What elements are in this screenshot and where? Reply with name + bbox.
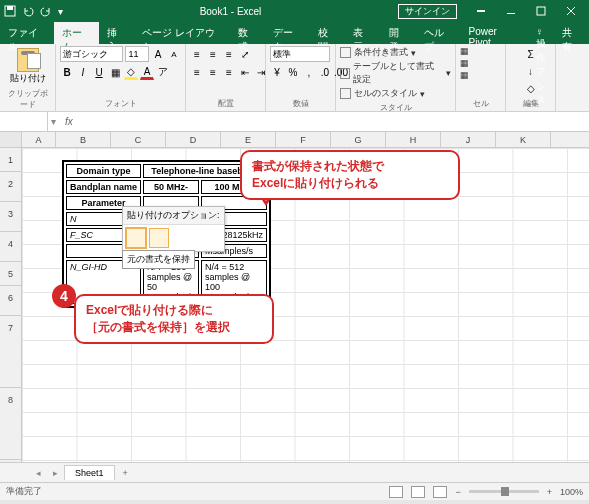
fx-icon[interactable]: fx	[59, 116, 79, 127]
inc-decimal-icon[interactable]: .0	[318, 64, 332, 80]
row-header[interactable]: 5	[0, 262, 21, 286]
redo-icon[interactable]	[40, 5, 52, 17]
paste-match-dest-icon[interactable]	[149, 228, 169, 248]
conditional-format-button[interactable]: 条件付き書式 ▾	[340, 46, 451, 59]
grow-font-icon[interactable]: A	[151, 46, 165, 62]
formula-bar: ▾ fx	[0, 112, 589, 132]
new-sheet-button[interactable]: +	[115, 468, 136, 478]
cell[interactable]: Domain type	[66, 164, 141, 178]
orientation-icon[interactable]: ⤢	[238, 46, 252, 62]
format-cells-button[interactable]: ▦	[460, 70, 501, 80]
maximize-icon[interactable]	[527, 0, 555, 22]
select-all-corner[interactable]	[0, 132, 22, 147]
col-header[interactable]: K	[496, 132, 551, 147]
border-icon[interactable]: ▦	[108, 64, 122, 80]
table-format-icon	[340, 68, 350, 79]
row-header[interactable]: 4	[0, 232, 21, 262]
save-icon[interactable]	[4, 5, 16, 17]
sheet-nav-prev-icon[interactable]: ◂	[30, 468, 47, 478]
row-header[interactable]: 6	[0, 286, 21, 316]
italic-button[interactable]: I	[76, 64, 90, 80]
col-header[interactable]: H	[386, 132, 441, 147]
bold-button[interactable]: B	[60, 64, 74, 80]
signin-button[interactable]: サインイン	[398, 4, 457, 19]
tab-tell-me[interactable]: ♀ 操作アシス	[528, 22, 554, 44]
col-header[interactable]: B	[56, 132, 111, 147]
row-header[interactable]: 7	[0, 316, 21, 388]
ribbon-tabs: ファイル ホーム 挿入 ページ レイアウト 数式 データ 校閲 表示 開発 ヘル…	[0, 22, 589, 44]
zoom-level[interactable]: 100%	[560, 487, 583, 497]
tab-insert[interactable]: 挿入	[99, 22, 134, 44]
row-header[interactable]: 8	[0, 388, 21, 460]
col-header[interactable]: F	[276, 132, 331, 147]
tab-layout[interactable]: ページ レイアウト	[134, 22, 230, 44]
insert-cells-button[interactable]: ▦	[460, 46, 501, 56]
zoom-in-icon[interactable]: +	[547, 487, 552, 497]
callout-top: 書式が保持された状態で Excelに貼り付けられる	[240, 150, 460, 200]
fill-color-icon[interactable]: ◇	[124, 64, 138, 80]
currency-icon[interactable]: ¥	[270, 64, 284, 80]
cell[interactable]: 50 MHz-	[143, 180, 199, 194]
autosum-icon[interactable]: Σ	[510, 46, 551, 62]
align-center-icon[interactable]: ≡	[206, 64, 220, 80]
shrink-font-icon[interactable]: A	[167, 46, 181, 62]
cond-format-icon	[340, 47, 351, 58]
tab-powerpivot[interactable]: Power Pivot	[461, 22, 528, 44]
tab-home[interactable]: ホーム	[54, 22, 99, 44]
view-layout-icon[interactable]	[411, 486, 425, 498]
comma-icon[interactable]: ,	[302, 64, 316, 80]
view-break-icon[interactable]	[433, 486, 447, 498]
tab-review[interactable]: 校閲	[310, 22, 345, 44]
col-header[interactable]: D	[166, 132, 221, 147]
font-name-combo[interactable]: 游ゴシック	[60, 46, 123, 62]
name-box[interactable]	[0, 112, 48, 131]
close-icon[interactable]	[557, 0, 585, 22]
font-color-icon[interactable]: A	[140, 64, 154, 80]
underline-button[interactable]: U	[92, 64, 106, 80]
phonetic-icon[interactable]: ア	[156, 64, 170, 80]
cell-grid[interactable]: Domain typeTelephone-line baseband Bandp…	[22, 148, 589, 462]
row-header[interactable]: 1	[0, 148, 21, 172]
tab-data[interactable]: データ	[265, 22, 310, 44]
row-header[interactable]: 3	[0, 202, 21, 232]
align-left-icon[interactable]: ≡	[190, 64, 204, 80]
tab-help[interactable]: ヘルプ	[416, 22, 461, 44]
format-as-table-button[interactable]: テーブルとして書式設定 ▾	[340, 60, 451, 86]
font-size-combo[interactable]: 11	[125, 46, 149, 62]
namebox-dropdown-icon[interactable]: ▾	[48, 116, 59, 127]
indent-dec-icon[interactable]: ⇤	[238, 64, 252, 80]
col-header[interactable]: C	[111, 132, 166, 147]
tab-formulas[interactable]: 数式	[230, 22, 265, 44]
ribbon-options-icon[interactable]	[467, 0, 495, 22]
sheet-tab[interactable]: Sheet1	[64, 465, 115, 480]
col-header[interactable]: E	[221, 132, 276, 147]
tab-file[interactable]: ファイル	[0, 22, 54, 44]
delete-cells-button[interactable]: ▦	[460, 58, 501, 68]
col-header[interactable]: J	[441, 132, 496, 147]
cell[interactable]: Bandplan name	[66, 180, 141, 194]
percent-icon[interactable]: %	[286, 64, 300, 80]
paste-button[interactable]: 貼り付け	[4, 46, 51, 87]
view-normal-icon[interactable]	[389, 486, 403, 498]
number-format-combo[interactable]: 標準	[270, 46, 330, 62]
minimize-icon[interactable]	[497, 0, 525, 22]
tab-dev[interactable]: 開発	[381, 22, 416, 44]
cell-styles-button[interactable]: セルのスタイル ▾	[340, 87, 451, 100]
sheet-nav-next-icon[interactable]: ▸	[47, 468, 64, 478]
row-header[interactable]: 2	[0, 172, 21, 202]
fill-icon[interactable]: ↓	[510, 63, 551, 79]
zoom-slider[interactable]	[469, 490, 539, 493]
clear-icon[interactable]: ◇	[510, 80, 551, 96]
zoom-out-icon[interactable]: −	[455, 487, 460, 497]
align-bot-icon[interactable]: ≡	[222, 46, 236, 62]
align-mid-icon[interactable]: ≡	[206, 46, 220, 62]
tab-view[interactable]: 表示	[345, 22, 380, 44]
align-top-icon[interactable]: ≡	[190, 46, 204, 62]
undo-icon[interactable]	[22, 5, 34, 17]
align-right-icon[interactable]: ≡	[222, 64, 236, 80]
paste-icon	[17, 48, 39, 72]
paste-keep-source-icon[interactable]	[126, 228, 146, 248]
share-button[interactable]: 共有	[554, 22, 589, 44]
col-header[interactable]: G	[331, 132, 386, 147]
col-header[interactable]: A	[22, 132, 56, 147]
